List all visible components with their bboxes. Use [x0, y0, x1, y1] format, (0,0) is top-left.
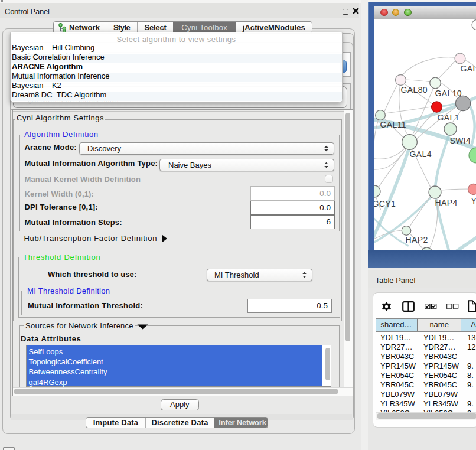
svg-text:GAL11: GAL11 [380, 120, 406, 129]
svg-text:GAL1: GAL1 [437, 113, 459, 122]
svg-text:Y: Y [471, 196, 476, 206]
svg-text:GCY1: GCY1 [374, 199, 396, 208]
svg-text:GAL7: GAL7 [460, 64, 476, 73]
svg-text:HAP2: HAP2 [405, 235, 428, 244]
svg-text:SWI4: SWI4 [449, 136, 471, 145]
svg-text:GAL10: GAL10 [435, 89, 462, 98]
svg-text:GAL80: GAL80 [400, 85, 428, 94]
svg-text:HAP4: HAP4 [435, 198, 457, 207]
svg-text:GAL4: GAL4 [409, 149, 431, 159]
